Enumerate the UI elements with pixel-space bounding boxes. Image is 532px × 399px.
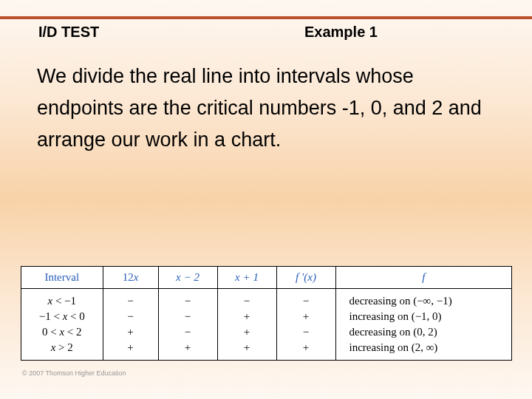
sign-chart-table: Interval 1212xx x − 2 x + 1 f ′(x) f x <… — [21, 267, 511, 360]
cell-sign: − — [103, 293, 158, 309]
cell-desc: decreasing on (0, 2) — [335, 324, 511, 340]
cell-sign: − — [158, 293, 217, 309]
col-12x: 1212xx — [103, 267, 158, 289]
cell-interval: −1 < x < 0 — [21, 309, 103, 324]
table-header-row: Interval 1212xx x − 2 x + 1 f ′(x) f — [21, 267, 511, 289]
cell-desc: increasing on (−1, 0) — [335, 309, 511, 324]
cell-desc: increasing on (2, ∞) — [335, 340, 511, 355]
col-interval: Interval — [21, 267, 103, 289]
accent-bar — [0, 16, 532, 19]
cell-sign: − — [158, 309, 217, 324]
table-row: −1 < x < 0 − − + + increasing on (−1, 0) — [21, 309, 511, 324]
example-label: Example 1 — [267, 24, 497, 41]
cell-sign: + — [217, 324, 276, 340]
cell-sign: + — [217, 309, 276, 324]
copyright-text: © 2007 Thomson Higher Education — [22, 369, 126, 377]
cell-sign: − — [276, 293, 335, 309]
cell-sign: + — [217, 340, 276, 355]
col-f: f — [335, 267, 511, 289]
cell-sign: + — [103, 340, 158, 355]
cell-sign: − — [217, 293, 276, 309]
cell-interval: x < −1 — [21, 293, 103, 309]
col-xminus2: x − 2 — [158, 267, 217, 289]
table-row: x > 2 + + + + increasing on (2, ∞) — [21, 340, 511, 355]
cell-sign: − — [103, 309, 158, 324]
body-paragraph: We divide the real line into intervals w… — [37, 61, 495, 157]
cell-desc: decreasing on (−∞, −1) — [335, 293, 511, 309]
cell-sign: + — [276, 340, 335, 355]
cell-sign: − — [276, 324, 335, 340]
table-row: 0 < x < 2 + − + − decreasing on (0, 2) — [21, 324, 511, 340]
section-title: I/D TEST — [38, 24, 267, 41]
cell-interval: 0 < x < 2 — [21, 324, 103, 340]
sign-chart: Interval 1212xx x − 2 x + 1 f ′(x) f x <… — [21, 266, 512, 361]
slide-header: I/D TEST Example 1 — [38, 24, 497, 41]
col-fprime: f ′(x) — [276, 267, 335, 289]
cell-sign: + — [158, 340, 217, 355]
cell-sign: + — [103, 324, 158, 340]
col-xplus1: x + 1 — [217, 267, 276, 289]
cell-sign: − — [158, 324, 217, 340]
cell-sign: + — [276, 309, 335, 324]
cell-interval: x > 2 — [21, 340, 103, 355]
table-row: x < −1 − − − − decreasing on (−∞, −1) — [21, 293, 511, 309]
